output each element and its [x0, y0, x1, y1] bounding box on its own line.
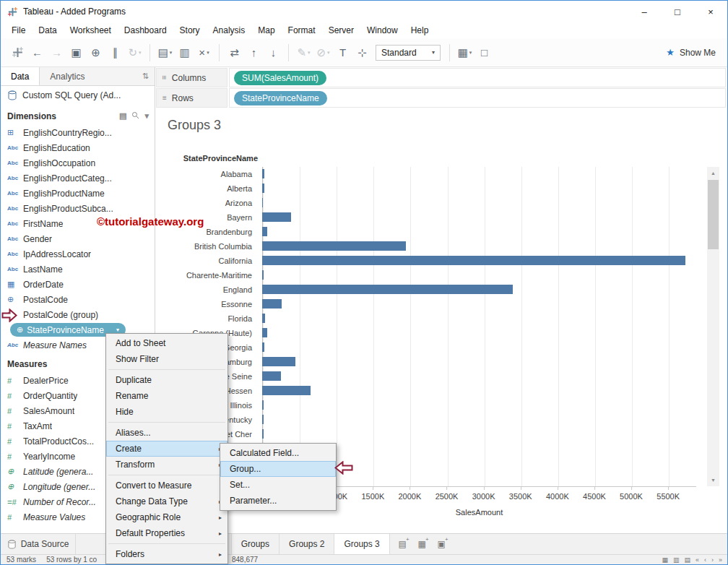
clear-sheet-button[interactable]: ×▾ [194, 43, 214, 63]
scrollbar-thumb[interactable] [708, 180, 719, 249]
first-sheet-button[interactable]: « [696, 556, 699, 564]
new-worksheet-button[interactable]: ▤▾ [155, 43, 175, 63]
scroll-up-icon[interactable]: ▲ [707, 167, 719, 179]
bar-mark[interactable] [262, 227, 267, 236]
maximize-button[interactable]: □ [661, 1, 694, 22]
field-postalcode[interactable]: ⊕PostalCode [1, 292, 155, 307]
row-label[interactable]: Arizona [156, 196, 257, 210]
row-label[interactable]: Florida [156, 311, 257, 326]
group-members-button[interactable]: ⊘▾ [313, 43, 333, 63]
field-englishproductcateg[interactable]: AbcEnglishProductCateg... [1, 171, 155, 186]
bar-mark[interactable] [262, 328, 267, 337]
menu-window[interactable]: Window [360, 24, 404, 37]
new-worksheet-button[interactable]: ▤+ [393, 534, 412, 554]
row-label[interactable]: California [156, 254, 257, 268]
menu-item-folders[interactable]: Folders▸ [106, 546, 228, 562]
menu-server[interactable]: Server [322, 24, 360, 37]
sort-descending-button[interactable]: ↓ [264, 43, 283, 63]
row-label[interactable]: Charente-Maritime [156, 268, 257, 282]
columns-shelf-body[interactable]: SUM(SalesAmount) [229, 68, 726, 87]
sort-fields-icon[interactable]: ▾ [144, 111, 149, 121]
menu-item-add-to-sheet[interactable]: Add to Sheet [106, 335, 228, 351]
rows-pill[interactable]: StateProvinceName [234, 91, 327, 105]
menu-format[interactable]: Format [282, 24, 322, 37]
datasource-item[interactable]: Custom SQL Query (Ad... [1, 86, 155, 105]
redo-button[interactable]: → [47, 43, 66, 63]
sort-ascending-button[interactable]: ↑ [244, 43, 264, 63]
menu-item-show-filter[interactable]: Show Filter [106, 351, 228, 367]
prev-sheet-button[interactable]: ‹ [704, 556, 706, 564]
new-dashboard-button[interactable]: ▦+ [412, 534, 432, 554]
next-sheet-button[interactable]: › [711, 556, 714, 564]
duplicate-sheet-button[interactable]: ▥ [175, 43, 194, 63]
menu-item-calculated-field[interactable]: Calculated Field... [220, 445, 336, 461]
menu-item-duplicate[interactable]: Duplicate [106, 372, 228, 388]
run-auto-updates-button[interactable]: ↻▾ [125, 43, 144, 63]
row-label[interactable]: British Columbia [156, 239, 257, 254]
field-englishcountryregio[interactable]: ⊞EnglishCountryRegio... [1, 125, 155, 140]
scroll-down-icon[interactable]: ▼ [707, 474, 719, 486]
fit-selector[interactable]: Standard▾ [376, 45, 441, 61]
show-mark-labels-button[interactable]: T [333, 43, 352, 63]
show-me-button[interactable]: ★ Show Me [666, 47, 720, 58]
sheet-title[interactable]: Groups 3 [168, 118, 221, 133]
tab-groups-3[interactable]: Groups 3 [334, 534, 389, 554]
menu-item-parameter[interactable]: Parameter... [220, 493, 336, 509]
show-hide-cards-button[interactable]: ▦▾ [455, 43, 474, 63]
menu-map[interactable]: Map [251, 24, 281, 37]
menu-item-convert-to-measure[interactable]: Convert to Measure [106, 478, 228, 493]
menu-dashboard[interactable]: Dashboard [118, 24, 173, 37]
menu-story[interactable]: Story [173, 24, 207, 37]
minimize-button[interactable]: – [628, 1, 661, 22]
rows-shelf-body[interactable]: StateProvinceName [229, 88, 726, 108]
row-label[interactable]: Essonne [156, 297, 257, 311]
menu-item-default-properties[interactable]: Default Properties▸ [106, 525, 228, 541]
bar-mark[interactable] [262, 400, 264, 410]
menu-item-hide[interactable]: Hide [106, 404, 228, 420]
menu-analysis[interactable]: Analysis [207, 24, 252, 37]
bar-mark[interactable] [262, 342, 264, 352]
table-view-icon[interactable]: ▦ [662, 556, 668, 564]
view-as-table-icon[interactable]: ▤ [119, 111, 126, 121]
field-englishproductname[interactable]: AbcEnglishProductName [1, 186, 155, 201]
menu-item-create[interactable]: Create▸ [106, 441, 228, 457]
highlight-button[interactable]: ✎▾ [294, 43, 313, 63]
field-gender[interactable]: AbcGender [1, 231, 155, 246]
tab-groups-2[interactable]: Groups 2 [280, 534, 334, 554]
new-story-button[interactable]: ▣+ [432, 534, 451, 554]
undo-button[interactable]: ← [27, 43, 47, 63]
bar-mark[interactable] [262, 371, 281, 381]
tab-data-source[interactable]: Data Source [1, 534, 76, 554]
menu-help[interactable]: Help [404, 24, 436, 37]
bar-mark[interactable] [262, 429, 264, 439]
tab-groups[interactable]: Groups [232, 534, 280, 554]
bar-mark[interactable] [262, 270, 264, 280]
pause-auto-updates-button[interactable]: ∥ [105, 43, 125, 63]
tab-data[interactable]: Data [1, 67, 40, 85]
save-button[interactable]: ▣ [66, 43, 86, 63]
field-ipaddresslocator[interactable]: AbcIpAddressLocator [1, 246, 155, 262]
menu-item-set[interactable]: Set... [220, 477, 336, 493]
field-englishproductsubca[interactable]: AbcEnglishProductSubca... [1, 201, 155, 216]
bar-mark[interactable] [262, 198, 263, 207]
row-label[interactable]: Alabama [156, 167, 257, 181]
slide-view-icon[interactable]: ▥ [673, 556, 680, 564]
bar-mark[interactable] [262, 314, 265, 323]
row-field-header[interactable]: StateProvinceName [156, 154, 258, 163]
vertical-scrollbar[interactable]: ▲ ▼ [707, 167, 719, 486]
menu-item-geographic-role[interactable]: Geographic Role▸ [106, 509, 228, 525]
bar-mark[interactable] [262, 285, 513, 294]
menu-item-change-data-type[interactable]: Change Data Type▸ [106, 493, 228, 509]
bar-mark[interactable] [262, 299, 282, 309]
swap-rows-columns-button[interactable]: ⇄ [225, 43, 244, 63]
field-englishoccupation[interactable]: AbcEnglishOccupation [1, 155, 155, 171]
fix-axes-button[interactable]: ⊹ [352, 43, 372, 63]
menu-item-rename[interactable]: Rename [106, 388, 228, 404]
menu-data[interactable]: Data [32, 24, 63, 37]
menu-item-group[interactable]: Group... [220, 461, 336, 477]
menu-item-aliases[interactable]: Aliases... [106, 425, 228, 441]
last-sheet-button[interactable]: » [719, 556, 722, 564]
new-data-source-button[interactable]: ⊕ [86, 43, 105, 63]
field-postalcode-group[interactable]: ⊞PostalCode (group) [1, 307, 155, 322]
bar-mark[interactable] [262, 256, 685, 265]
